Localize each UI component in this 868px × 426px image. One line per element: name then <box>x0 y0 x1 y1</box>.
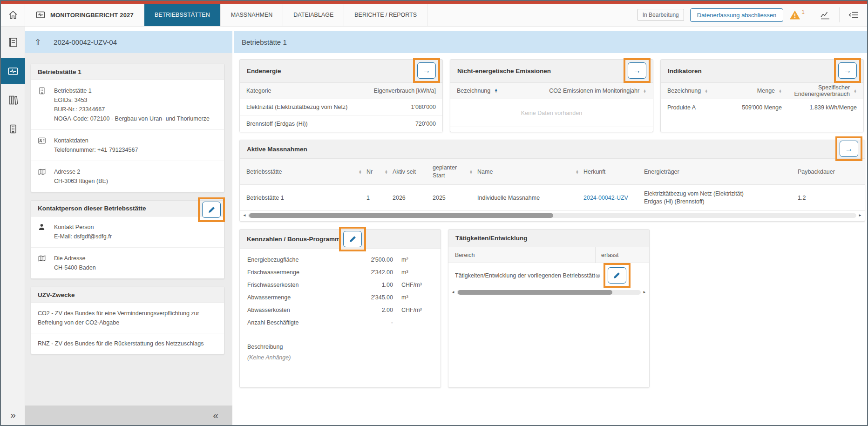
scrollbar-thumb[interactable] <box>249 213 553 218</box>
kennzahl-unit <box>393 319 433 326</box>
table-row[interactable]: Elektrizität (Elektrizitätbezug vom Netz… <box>240 99 442 115</box>
sidebar-expand-button[interactable]: » <box>1 409 25 420</box>
tour-highlight <box>604 263 631 288</box>
warning-triangle-icon <box>789 10 800 20</box>
col-eigenverbrauch: Eigenverbrauch [kWh/a] <box>361 88 436 94</box>
kennzahlen-title: Kennzahlen / Bonus-Programm <box>247 236 340 243</box>
kennzahl-label: Energiebezugfläche <box>247 257 348 263</box>
sidebar-item-journal[interactable] <box>1 29 25 55</box>
sort-icon[interactable]: ▲▼ <box>576 170 579 174</box>
table-row[interactable]: Brennstoff (Erdgas (Hi)) 720'000 <box>240 115 442 132</box>
scroll-left-icon[interactable]: ◄ <box>243 214 246 217</box>
brand-monitoringbericht[interactable]: MONITORINGBERICHT 2027 <box>25 4 144 26</box>
sort-icon[interactable]: ▲▼ <box>643 89 646 94</box>
kennzahl-value: 1.00 <box>348 282 393 288</box>
dossier-code: 2024-00042-UZV-04 <box>54 38 117 46</box>
site-noga: NOGA-Code: 072100 - Bergbau von Uran- un… <box>54 114 210 123</box>
scroll-left-icon[interactable]: ◄ <box>451 291 455 294</box>
site-address-section: Adresse 2 CH-3063 Ittigen (BE) <box>31 161 224 192</box>
kennzahl-value: - <box>348 319 393 326</box>
building-icon <box>38 86 47 123</box>
sort-icon[interactable]: ▲▼ <box>779 89 782 94</box>
contact-person-card-title: Kontaktperson dieser Betriebsstätte <box>38 205 146 212</box>
col-herkunft: Herkunft <box>583 169 644 175</box>
kennzahl-row: Abwassermenge 2'345.00 m³ <box>247 294 433 301</box>
home-button[interactable] <box>1 4 25 26</box>
taetigkeiten-edit-button[interactable] <box>608 267 626 284</box>
side-panel-toggle-button[interactable] <box>846 7 861 23</box>
tab-massnahmen[interactable]: MASSNAHMEN <box>221 4 284 26</box>
kennzahl-row: Energiebezugfläche 2'500.00 m² <box>247 257 433 263</box>
sort-icon[interactable]: ▲▼ <box>469 170 473 174</box>
sidebar-item-library[interactable] <box>1 87 25 113</box>
kennzahl-label: Frischwasserkosten <box>247 282 348 288</box>
contact-person-section: Kontakt Person E-Mail: dsfgdf@sdfg.fr <box>31 216 224 248</box>
endenergie-open-button[interactable]: → <box>417 62 436 79</box>
sidebar-item-monitoring[interactable] <box>1 58 25 84</box>
tab-label: BERICHTE / REPORTS <box>354 12 417 18</box>
table-row[interactable]: Produkte A 509'000 Menge 1.839 kWh/Menge <box>661 99 863 115</box>
taetigkeiten-card: Tätigkeiten/Entwicklung Bereich erfasst … <box>448 229 650 388</box>
sort-icon[interactable]: ▲▼ <box>854 89 857 94</box>
sort-icon[interactable]: ▲▼ <box>494 89 498 93</box>
edit-contact-person-button[interactable] <box>202 202 221 218</box>
home-icon <box>8 10 18 20</box>
taetigkeiten-title: Tätigkeiten/Entwicklung <box>455 235 528 242</box>
sort-icon[interactable]: ▲▼ <box>705 89 708 94</box>
payback-value: 1.2 <box>798 195 836 201</box>
col-name: Name <box>477 169 493 175</box>
nav-right-cluster: In Bearbeitung Datenerfassung abschliess… <box>637 4 867 26</box>
navigate-up-icon[interactable]: ⇧ <box>34 38 41 47</box>
scrollbar-thumb[interactable] <box>458 290 612 295</box>
site-contact-section: Kontaktdaten Telefonnummer: +41 79123456… <box>31 130 224 161</box>
warnings-indicator[interactable]: 1 <box>789 10 805 20</box>
tour-highlight <box>339 227 366 251</box>
contact-card-icon <box>38 136 47 155</box>
chart-view-button[interactable] <box>817 7 833 23</box>
scrollbar-track[interactable] <box>248 213 856 218</box>
indikatoren-open-button[interactable]: → <box>838 62 857 79</box>
col-nr: Nr <box>366 169 373 175</box>
col-co2: CO2-Emissionen im Monitoringjahr <box>549 88 639 94</box>
table-row[interactable]: Betriebstätte 1 1 2026 2025 Individuelle… <box>240 185 865 211</box>
massnahmen-title: Aktive Massnahmen <box>247 146 307 153</box>
emissionen-open-button[interactable]: → <box>628 62 646 79</box>
beschreibung-label: Beschreibung <box>247 342 433 352</box>
kennzahl-value: 2.00 <box>348 307 393 313</box>
nr-value: 1 <box>366 195 393 201</box>
massnahmen-hscrollbar: ◄ ► <box>240 211 865 221</box>
eigenverbrauch-value: 1'080'000 <box>361 104 436 110</box>
datenerfassung-abschliessen-button[interactable]: Datenerfassung abschliessen <box>690 8 784 22</box>
panel-collapse-button[interactable]: « <box>213 410 218 421</box>
col-aktiv-seit: Aktiv seit <box>393 169 433 175</box>
kennzahl-row: Frischwassermenge 2'342.00 m³ <box>247 269 433 276</box>
scroll-right-icon[interactable]: ► <box>643 291 646 294</box>
site-bur: BUR-Nr.: 23344667 <box>54 105 210 114</box>
table-row[interactable]: Tätigkeiten/Entwicklung der vorliegenden… <box>448 263 649 288</box>
monitor-pulse-icon <box>7 65 19 77</box>
sidebar-item-sites[interactable] <box>1 116 25 142</box>
tab-betriebsstaetten[interactable]: BETRIEBSSTÄTTEN <box>144 4 221 26</box>
site-name: Betriebstätte 1 <box>54 86 210 95</box>
kennzahlen-edit-button[interactable] <box>343 231 362 247</box>
contact-person-card: Kontaktperson dieser Betriebsstätte <box>31 200 224 279</box>
endenergie-card: Endenergie → Kategorie Eigenverbrauch [k… <box>239 59 443 132</box>
tab-dateiablage[interactable]: DATEIABLAGE <box>283 4 344 26</box>
scroll-right-icon[interactable]: ► <box>858 214 862 217</box>
site-identity-section: Betriebstätte 1 EGIDs: 3453 BUR-Nr.: 233… <box>31 80 224 130</box>
indikatoren-card: Indikatoren → Bezeichnung <box>660 59 864 132</box>
col-spez: Spezifischer Endenergieverbrauch <box>782 84 850 97</box>
herkunft-link[interactable]: 2024-00042-UZV <box>583 195 628 201</box>
col-bezeichnung: Bezeichnung <box>457 88 490 94</box>
sort-icon[interactable]: ▲▼ <box>385 170 388 174</box>
page-title: Betriebstätte 1 <box>242 38 287 46</box>
name-value: Individuelle Massnahme <box>477 195 583 201</box>
kennzahl-unit: CHF/m³ <box>393 282 433 288</box>
kennzahl-value: 2'345.00 <box>348 294 393 301</box>
contact-person-address1: Die Adresse <box>54 254 96 263</box>
tab-berichte-reports[interactable]: BERICHTE / REPORTS <box>344 4 427 26</box>
book-icon <box>7 37 19 48</box>
sort-icon[interactable]: ▲▼ <box>359 170 362 174</box>
scrollbar-track[interactable] <box>457 290 641 295</box>
massnahmen-open-button[interactable]: → <box>840 141 858 157</box>
